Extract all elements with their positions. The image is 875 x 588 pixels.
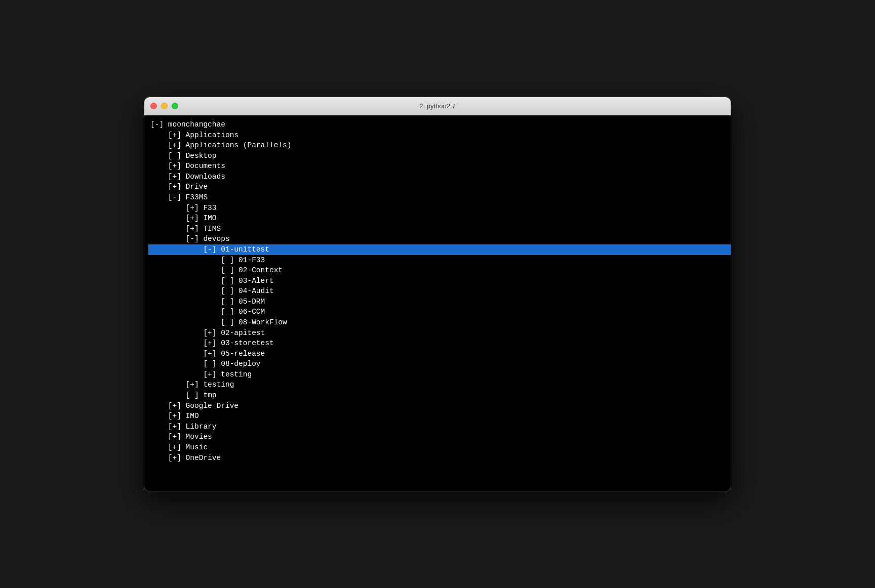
terminal-line[interactable]: [+] Documents <box>148 161 731 172</box>
terminal-line[interactable]: [ ] tmp <box>148 390 731 401</box>
terminal-line[interactable]: [ ] 08-WorkFlow <box>148 317 731 328</box>
minimize-button[interactable] <box>161 103 168 109</box>
terminal-line[interactable]: [ ] 01-F33 <box>148 255 731 266</box>
terminal-line[interactable]: [+] Applications (Parallels) <box>148 140 731 151</box>
terminal-window: 2. python2.7 [-] moonchangchae [+] Appli… <box>144 97 731 491</box>
titlebar: 2. python2.7 <box>144 97 731 115</box>
close-button[interactable] <box>150 103 157 109</box>
terminal-line[interactable]: [+] IMO <box>148 213 731 224</box>
terminal-line[interactable]: [+] testing <box>148 380 731 390</box>
terminal-line[interactable]: [-] moonchangchae <box>148 119 731 130</box>
terminal-line[interactable]: [+] Google Drive <box>148 401 731 411</box>
terminal-line[interactable]: [ ] Desktop <box>148 151 731 161</box>
window-title: 2. python2.7 <box>419 102 456 110</box>
terminal-line[interactable]: [ ] 06-CCM <box>148 307 731 317</box>
terminal-line[interactable]: [ ] 05-DRM <box>148 297 731 307</box>
terminal-line[interactable]: [ ] 02-Context <box>148 265 731 276</box>
maximize-button[interactable] <box>172 103 178 109</box>
terminal-line[interactable]: [+] Applications <box>148 130 731 141</box>
terminal-line[interactable]: [ ] 04-Audit <box>148 286 731 297</box>
terminal-line[interactable]: [+] 03-storetest <box>148 338 731 349</box>
terminal-line[interactable]: [+] TIMS <box>148 224 731 234</box>
traffic-lights <box>150 103 178 109</box>
terminal-line[interactable]: [ ] 08-deploy <box>148 359 731 369</box>
terminal-line[interactable]: [+] 02-apitest <box>148 328 731 339</box>
terminal-line[interactable]: [+] F33 <box>148 203 731 214</box>
terminal-line[interactable]: [+] Drive <box>148 182 731 192</box>
terminal-line[interactable]: [ ] 03-Alert <box>148 276 731 286</box>
terminal-line[interactable]: [+] 05-release <box>148 349 731 359</box>
terminal-line[interactable]: [+] Library <box>148 422 731 432</box>
terminal-line[interactable]: [-] F33MS <box>148 192 731 203</box>
terminal-line[interactable]: [+] Music <box>148 442 731 453</box>
terminal-line[interactable]: [+] OneDrive <box>148 453 731 464</box>
terminal-line[interactable]: [+] Movies <box>148 432 731 442</box>
terminal-line[interactable]: [+] testing <box>148 369 731 380</box>
terminal-line[interactable]: [+] Downloads <box>148 172 731 182</box>
terminal-line[interactable]: [+] IMO <box>148 411 731 422</box>
terminal-body[interactable]: [-] moonchangchae [+] Applications [+] A… <box>144 115 731 491</box>
terminal-line[interactable]: [-] devops <box>148 234 731 244</box>
terminal-line[interactable]: [-] 01-unittest <box>148 244 731 255</box>
